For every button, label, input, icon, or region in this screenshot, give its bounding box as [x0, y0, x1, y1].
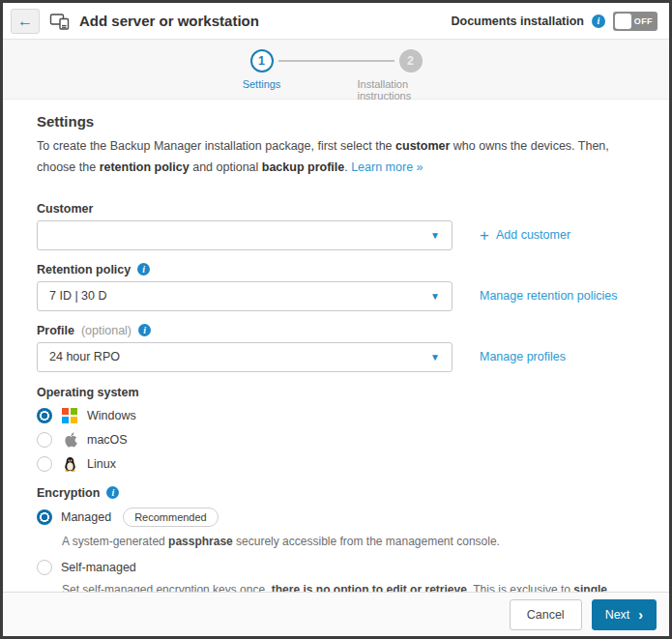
managed-label: Managed	[61, 510, 111, 524]
retention-policy-label-text: Retention policy	[37, 263, 131, 276]
cancel-button[interactable]: Cancel	[510, 599, 582, 630]
workstation-icon	[49, 12, 71, 31]
intro-bold: backup profile	[262, 160, 344, 174]
retention-policy-value: 7 ID | 30 D	[49, 289, 430, 303]
os-option-windows[interactable]: Windows	[37, 407, 635, 424]
manage-retention-policies-link[interactable]: Manage retention policies	[480, 289, 617, 303]
retention-policy-label: Retention policy i	[37, 263, 635, 276]
encryption-option-managed[interactable]: Managed Recommended	[37, 508, 635, 527]
intro-bold: retention policy	[100, 160, 190, 174]
radio-unselected[interactable]	[37, 456, 52, 472]
step-installation-instructions[interactable]: 2 Installation instructions	[358, 49, 464, 102]
os-option-macos[interactable]: macOS	[37, 431, 635, 449]
encryption-option-self-managed[interactable]: Self-managed	[37, 560, 635, 575]
windows-logo-icon	[61, 407, 78, 424]
encryption-label: Encryption i	[37, 486, 635, 500]
desc-seg: Set self-managed encryption keys once,	[62, 583, 272, 592]
encryption-label-text: Encryption	[37, 486, 100, 500]
documents-installation-label: Documents installation	[451, 15, 584, 28]
section-heading: Settings	[37, 113, 635, 130]
chevron-right-icon: ›	[638, 608, 643, 622]
header-right: Documents installation i OFF	[451, 12, 657, 31]
os-option-label: Windows	[87, 409, 136, 422]
header: ← Add server or workstation Documents in…	[3, 3, 669, 40]
linux-tux-icon	[61, 455, 78, 473]
recommended-badge: Recommended	[123, 508, 219, 527]
profile-label-text: Profile	[37, 324, 74, 337]
profile-value: 24 hour RPO	[49, 350, 430, 363]
step-1-label: Settings	[243, 78, 281, 90]
apple-logo-icon	[61, 431, 78, 449]
chevron-down-icon: ▼	[430, 291, 440, 302]
customer-label: Customer	[37, 202, 635, 216]
step-2-circle: 2	[399, 49, 423, 73]
desc-bold: there is no option to edit or retrieve	[272, 583, 467, 592]
radio-unselected[interactable]	[37, 432, 52, 448]
self-managed-description: Set self-managed encryption keys once, t…	[62, 581, 635, 592]
profile-label: Profile (optional) i	[37, 324, 635, 337]
step-2-label: Installation instructions	[358, 78, 464, 102]
info-icon[interactable]: i	[106, 486, 119, 499]
self-managed-label: Self-managed	[61, 561, 136, 574]
manage-profiles-link[interactable]: Manage profiles	[480, 350, 566, 363]
step-settings[interactable]: 1 Settings	[209, 49, 315, 90]
next-button[interactable]: Next ›	[592, 599, 657, 630]
chevron-down-icon: ▼	[430, 230, 440, 241]
os-option-label: macOS	[87, 433, 128, 447]
intro-seg: To create the Backup Manager installatio…	[37, 139, 395, 153]
info-icon[interactable]: i	[138, 324, 151, 336]
radio-selected[interactable]	[37, 509, 52, 525]
customer-select[interactable]: ▼	[37, 220, 453, 250]
desc-bold: single	[573, 583, 607, 592]
add-server-dialog: ← Add server or workstation Documents in…	[0, 0, 672, 639]
next-button-label: Next	[605, 608, 630, 622]
desc-bold: passphrase	[168, 535, 233, 548]
os-option-linux[interactable]: Linux	[37, 455, 635, 473]
info-icon[interactable]: i	[137, 263, 150, 276]
back-button[interactable]: ←	[11, 9, 40, 34]
info-icon[interactable]: i	[592, 15, 605, 28]
retention-policy-select[interactable]: 7 ID | 30 D ▼	[37, 281, 453, 311]
profile-select[interactable]: 24 hour RPO ▼	[37, 342, 453, 372]
intro-text: To create the Backup Manager installatio…	[37, 136, 635, 179]
plus-icon: +	[480, 227, 489, 244]
intro-seg: and optional	[190, 160, 262, 174]
page-title: Add server or workstation	[79, 13, 451, 29]
managed-description: A system-generated passphrase securely a…	[62, 533, 635, 550]
settings-form: Settings To create the Backup Manager in…	[3, 100, 669, 592]
intro-bold: customer	[395, 139, 450, 153]
add-customer-link[interactable]: Add customer	[496, 228, 570, 242]
radio-selected[interactable]	[37, 408, 52, 423]
stepper: 1 Settings 2 Installation instructions	[3, 40, 669, 100]
os-option-label: Linux	[87, 457, 116, 471]
profile-optional-text: (optional)	[81, 324, 131, 337]
footer: Cancel Next ›	[3, 592, 669, 636]
desc-seg: securely accessible from the management …	[233, 535, 500, 548]
step-1-circle: 1	[250, 49, 274, 73]
learn-more-link[interactable]: Learn more »	[351, 160, 423, 174]
desc-seg: . This is exclusive to	[467, 583, 573, 592]
operating-system-label: Operating system	[37, 386, 635, 399]
toggle-state-label: OFF	[634, 16, 653, 26]
desc-seg: A system-generated	[62, 535, 168, 548]
radio-unselected[interactable]	[37, 560, 52, 575]
toggle-knob	[615, 14, 631, 29]
documents-installation-toggle[interactable]: OFF	[613, 12, 657, 31]
chevron-down-icon: ▼	[430, 352, 440, 363]
